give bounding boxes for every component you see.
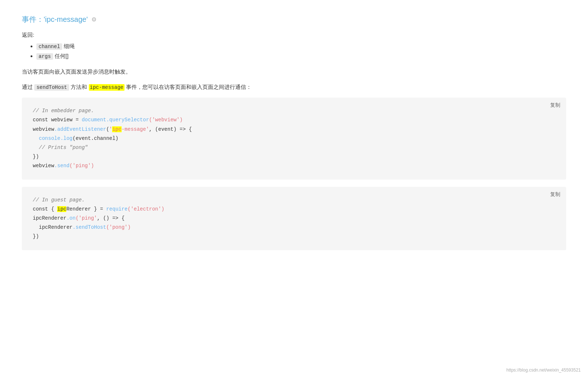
code-highlight: ipc xyxy=(112,126,121,132)
ipc-message-highlight: ipc-message xyxy=(89,84,125,91)
code-rest: , (event) => { xyxy=(149,126,192,132)
code-comment2: // In guest page. xyxy=(33,197,85,203)
code-ping-arg: ('ping' xyxy=(76,215,97,221)
code-paren: ( xyxy=(106,126,109,132)
sendtohost-code: sendToHost xyxy=(34,84,69,91)
code-pong: ('pong') xyxy=(106,224,131,230)
code-log: .log xyxy=(60,136,73,141)
description2: 通过 sendToHost 方法和 ipc-message 事件，您可以在访客页… xyxy=(22,82,566,92)
code-dest: { xyxy=(48,206,57,212)
anchor-link-icon[interactable]: ⚙ xyxy=(91,16,96,23)
copy-button-2[interactable]: 复制 xyxy=(550,191,560,198)
copy-button-1[interactable]: 复制 xyxy=(550,102,560,109)
desc2-suffix: 事件，您可以在访客页面和嵌入页面之间进行通信： xyxy=(125,84,252,90)
code-indent2: ipcRenderer xyxy=(33,224,72,230)
args-desc: 任何[] xyxy=(55,53,68,59)
code-keyword: const xyxy=(33,117,48,123)
code-comment: // In embedder page. xyxy=(33,108,94,114)
code-ping: ('ping') xyxy=(70,163,94,169)
code-console: console xyxy=(39,136,60,141)
args-code: args xyxy=(36,53,53,60)
channel-desc: 细绳 xyxy=(64,43,75,49)
code-block-2: 复制 // In guest page. const { ipcRenderer… xyxy=(22,187,566,250)
list-item: channel 细绳 xyxy=(36,43,566,50)
code-arg: ('webview') xyxy=(149,117,182,123)
channel-code: channel xyxy=(36,43,62,50)
code-eq: = xyxy=(72,117,82,123)
code-pre-2: // In guest page. const { ipcRenderer } … xyxy=(33,196,555,241)
code-pre-1: // In embedder page. const webview = doc… xyxy=(33,106,555,170)
desc2-prefix: 通过 xyxy=(22,84,34,90)
event-title: 事件：'ipc-message' ⚙ xyxy=(22,15,566,24)
code-arrow: , () => { xyxy=(97,215,125,221)
code-send: .send xyxy=(54,163,70,169)
returns-list: channel 细绳 args 任何[] xyxy=(22,43,566,60)
code-var3: webview xyxy=(33,163,54,169)
code-keyword2: const xyxy=(33,206,48,212)
code-close2: }) xyxy=(33,233,39,239)
footer-url: https://blog.csdn.net/weixin_45593521 xyxy=(506,368,581,373)
code-require: require xyxy=(106,206,128,212)
description1: 当访客页面向嵌入页面发送异步消息时触发。 xyxy=(22,67,566,76)
code-string2: -message' xyxy=(122,126,149,132)
list-item: args 任何[] xyxy=(36,53,566,60)
code-on: .on xyxy=(66,215,75,221)
code-electron: ('electron') xyxy=(127,206,164,212)
code-var2: webview xyxy=(33,126,54,132)
code-sendtohost: .sendToHost xyxy=(72,224,106,230)
code-ipc-highlight: ipc xyxy=(57,206,66,212)
code-close: }) xyxy=(33,154,39,160)
code-log-arg: (event.channel) xyxy=(72,136,118,141)
code-renderer-rest: Renderer } = xyxy=(66,206,106,212)
code-method2: .addEventListener xyxy=(54,126,106,132)
code-block-1: 复制 // In embedder page. const webview = … xyxy=(22,98,566,179)
desc2-middle: 方法和 xyxy=(69,84,88,90)
code-method: .querySelector xyxy=(106,117,149,123)
code-var: webview xyxy=(48,117,72,123)
returns-label: 返回: xyxy=(22,32,566,39)
code-prints-comment: // Prints "pong" xyxy=(33,145,88,150)
code-obj: document xyxy=(82,117,106,123)
code-indent xyxy=(33,136,39,141)
code-ipcrenderer: ipcRenderer xyxy=(33,215,66,221)
event-title-text: 事件：'ipc-message' xyxy=(22,15,88,24)
